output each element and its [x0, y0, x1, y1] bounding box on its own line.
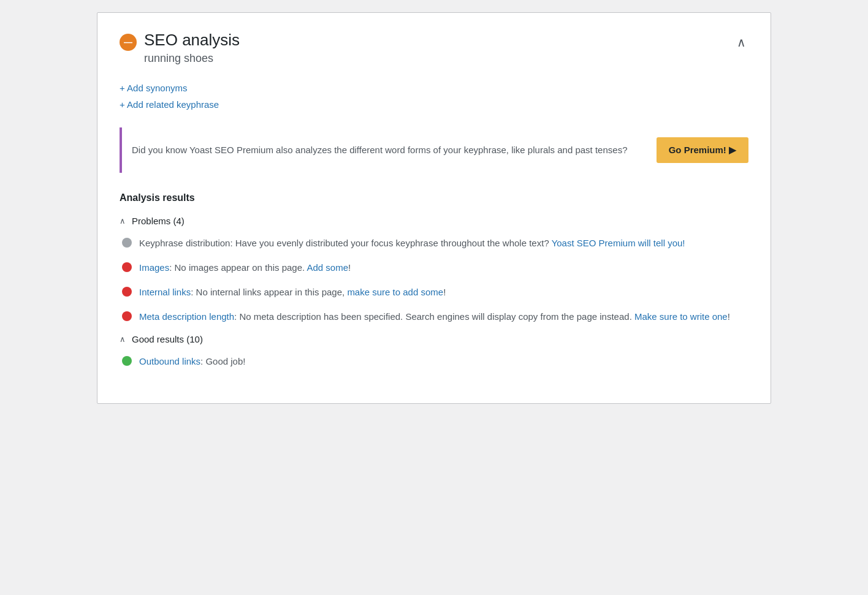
go-premium-button[interactable]: Go Premium! ▶: [657, 137, 748, 163]
good-results-chevron: ∧: [120, 335, 126, 344]
result-item-outbound-links: Outbound links: Good job!: [120, 354, 748, 369]
result-text-internal-links: Internal links: No internal links appear…: [139, 285, 446, 300]
panel-subtitle: running shoes: [144, 52, 240, 65]
dot-red-meta: [122, 311, 132, 321]
internal-links-link[interactable]: Internal links: [139, 287, 191, 297]
images-link[interactable]: Images: [139, 262, 169, 273]
add-synonyms-link[interactable]: + Add synonyms: [120, 80, 748, 96]
outbound-links-link[interactable]: Outbound links: [139, 356, 200, 366]
make-sure-add-link[interactable]: make sure to add some: [347, 287, 443, 297]
premium-notice: Did you know Yoast SEO Premium also anal…: [120, 127, 748, 173]
dot-green-outbound: [122, 356, 132, 366]
header-text-group: SEO analysis running shoes: [144, 30, 240, 65]
panel-title: SEO analysis: [144, 30, 240, 51]
analysis-results: Analysis results ∧ Problems (4) Keyphras…: [120, 192, 748, 369]
premium-notice-text: Did you know Yoast SEO Premium also anal…: [132, 143, 642, 157]
header-left: SEO analysis running shoes: [120, 30, 240, 65]
keyphrase-premium-link[interactable]: Yoast SEO Premium will tell you!: [552, 238, 685, 248]
result-item-meta-description: Meta description length: No meta descrip…: [120, 309, 748, 324]
panel-header: SEO analysis running shoes ∧: [120, 30, 748, 65]
seo-analysis-panel: SEO analysis running shoes ∧ + Add synon…: [97, 12, 771, 404]
result-item-keyphrase-distribution: Keyphrase distribution: Have you evenly …: [120, 236, 748, 251]
make-sure-write-link[interactable]: Make sure to write one: [634, 311, 728, 322]
result-text-outbound: Outbound links: Good job!: [139, 354, 245, 369]
dot-red-images: [122, 262, 132, 272]
add-related-keyphrase-link[interactable]: + Add related keyphrase: [120, 96, 748, 113]
links-section: + Add synonyms + Add related keyphrase: [120, 80, 748, 113]
dot-gray: [122, 238, 132, 248]
add-some-link[interactable]: Add some: [307, 262, 349, 273]
dot-red-internal-links: [122, 287, 132, 297]
meta-description-link[interactable]: Meta description length: [139, 311, 234, 322]
result-text-meta: Meta description length: No meta descrip…: [139, 309, 730, 324]
result-item-images: Images: No images appear on this page. A…: [120, 260, 748, 275]
problems-section-header[interactable]: ∧ Problems (4): [120, 216, 748, 226]
collapse-button[interactable]: ∧: [734, 32, 748, 52]
good-results-label: Good results (10): [132, 334, 203, 344]
problems-label: Problems (4): [132, 216, 185, 226]
result-text-keyphrase: Keyphrase distribution: Have you evenly …: [139, 236, 685, 251]
result-text-images: Images: No images appear on this page. A…: [139, 260, 351, 275]
status-icon: [120, 34, 137, 51]
problems-chevron: ∧: [120, 216, 126, 225]
good-results-section-header[interactable]: ∧ Good results (10): [120, 334, 748, 344]
analysis-results-title: Analysis results: [120, 192, 748, 203]
result-item-internal-links: Internal links: No internal links appear…: [120, 285, 748, 300]
